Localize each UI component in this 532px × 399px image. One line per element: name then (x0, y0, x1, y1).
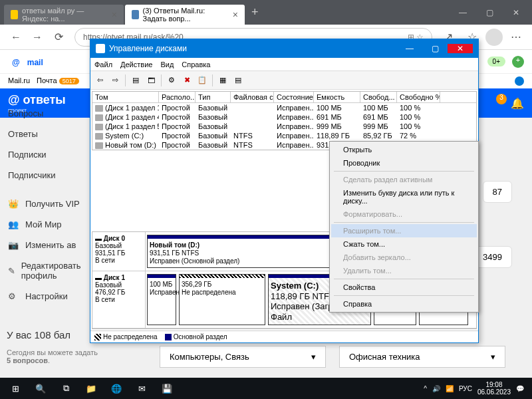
taskbar: ⊞ 🔍 ⧉ 📁 🌐 ✉ 💾 ^ 🔊 📶 РУС 19:08 06.06.2023… (0, 378, 532, 399)
context-menu-item: Форматировать... (331, 207, 477, 221)
menu-button[interactable]: ⋯ (505, 27, 527, 48)
search-icon[interactable]: 🔍 (28, 379, 53, 398)
window-minimize-button[interactable]: — (450, 3, 476, 23)
layout-icon[interactable]: ▦ (216, 74, 229, 87)
menu-help[interactable]: Справка (182, 61, 210, 68)
taskbar-app[interactable]: 📁 (78, 379, 104, 398)
gear-icon: ⚙ (8, 291, 20, 301)
window-close-button[interactable]: ✕ (503, 3, 529, 23)
wifi-icon[interactable]: 📶 (446, 385, 454, 392)
table-row[interactable]: (Диск 1 раздел 5)ПростойБазовыйИсправен.… (92, 122, 476, 131)
balance-section: У вас 108 бал Сегодня вы можете задать 5… (7, 329, 98, 364)
partition[interactable]: 100 МБИсправен (147, 274, 176, 325)
sidebar-item-avatar[interactable]: 📷Изменить ав (0, 235, 93, 255)
col-fs[interactable]: Файловая с... (231, 92, 274, 102)
profile-avatar[interactable] (485, 29, 503, 46)
subcategory-select[interactable]: Офисная техника▾ (339, 346, 505, 368)
table-row[interactable]: (Диск 1 раздел 4)ПростойБазовыйИсправен.… (92, 112, 476, 122)
table-header: Том Располо... Тип Файловая с... Состоян… (92, 92, 476, 103)
otvet-sidebar: Вопросы Ответы Подписки Подписчики 👑Полу… (0, 103, 93, 307)
new-tab-button[interactable]: + (245, 5, 265, 19)
clock[interactable]: 19:08 06.06.2023 (477, 381, 511, 396)
reload-button[interactable]: ⟳ (48, 27, 69, 48)
close-icon[interactable]: × (233, 9, 238, 20)
layout-icon[interactable]: ▤ (231, 74, 245, 87)
today-text: Сегодня вы можете задать (7, 348, 98, 356)
back-icon[interactable]: ⇦ (93, 74, 106, 87)
context-menu-item[interactable]: Сжать том... (331, 237, 477, 251)
nav-mailru[interactable]: Mail.ru (8, 76, 30, 86)
context-menu-item[interactable]: Изменить букву диска или путь к диску... (331, 186, 477, 207)
sidebar-item-subs[interactable]: Подписки (0, 144, 93, 165)
col-free[interactable]: Свобод... (360, 92, 397, 102)
category-select[interactable]: Компьютеры, Связь▾ (160, 346, 326, 368)
sidebar-item-answers[interactable]: Ответы (0, 124, 93, 144)
notifications-badge: 3 (496, 94, 507, 104)
sidebar-item-settings[interactable]: ⚙Настройки (0, 286, 93, 307)
forward-button[interactable]: → (27, 27, 48, 48)
partition-unallocated[interactable]: 356,29 ГБНе распределена (179, 274, 265, 325)
legend: Не распределена Основной раздел (90, 331, 478, 342)
browser-tab-2[interactable]: (3) Ответы Mail.ru: Задать вопр... × (125, 5, 245, 25)
window-minimize-button[interactable]: — (397, 44, 422, 53)
window-maximize-button[interactable]: ▢ (422, 44, 448, 53)
window-title: Управление дисками (109, 44, 187, 53)
col-type[interactable]: Тип (196, 92, 231, 102)
nav-pochta[interactable]: Почта 5017 (37, 76, 79, 86)
sidebar-item-vip[interactable]: 👑Получить VIP (0, 194, 93, 214)
disk-label[interactable]: ▬ Диск 0 Базовый 931,51 ГБ В сети (92, 232, 146, 271)
view-icon[interactable]: ▤ (129, 74, 142, 87)
context-menu-item[interactable]: Открыть (331, 143, 477, 156)
menu-view[interactable]: Вид (160, 61, 174, 68)
table-row[interactable]: System (C:)ПростойБазовыйNTFSИсправен...… (92, 131, 476, 140)
window-close-button[interactable]: ✕ (448, 44, 473, 53)
browser-tab-1[interactable]: ответы майл ру — Яндекс: на... × (4, 5, 124, 25)
table-row[interactable]: (Диск 1 раздел 1)ПростойБазовыйИсправен.… (92, 103, 476, 112)
window-titlebar[interactable]: Управление дисками — ▢ ✕ (90, 39, 478, 58)
pencil-icon: ✎ (8, 266, 16, 276)
forward-icon[interactable]: ⇨ (108, 74, 122, 87)
col-freepct[interactable]: Свободно % (397, 92, 440, 102)
x-icon[interactable]: ✖ (180, 74, 194, 87)
taskbar-app[interactable]: ✉ (129, 379, 154, 398)
refresh-icon[interactable]: 🗔 (144, 74, 158, 87)
mailru-icon (132, 10, 139, 19)
mail-logo[interactable]: @ mail (8, 55, 43, 68)
app-icon[interactable] (515, 76, 524, 86)
taskbar-app[interactable]: 🌐 (104, 379, 129, 398)
action-icon[interactable]: ⚙ (165, 74, 178, 87)
task-view-icon[interactable]: ⧉ (53, 379, 78, 398)
back-button[interactable]: ← (5, 27, 27, 48)
tray-up-icon[interactable]: ^ (424, 385, 427, 392)
context-menu-item: Удалить том... (331, 264, 477, 277)
col-capacity[interactable]: Емкость (314, 92, 360, 102)
sidebar-item-edit[interactable]: ✎Редактировать профиль (0, 255, 93, 286)
window-maximize-button[interactable]: ▢ (476, 3, 503, 23)
menu-action[interactable]: Действие (120, 61, 152, 68)
start-button[interactable]: ⊞ (3, 379, 28, 398)
close-icon[interactable]: × (112, 9, 117, 20)
category-row: Компьютеры, Связь▾ Офисная техника▾ (160, 346, 505, 368)
taskbar-app[interactable]: 💾 (154, 379, 180, 398)
app-icon (96, 44, 105, 53)
bell-icon[interactable]: 🔔 (511, 97, 524, 110)
disk-label[interactable]: ▬ Диск 1 Базовый 476,92 ГБ В сети (92, 271, 146, 327)
notifications-icon[interactable]: 💬 (516, 385, 524, 392)
props-icon[interactable]: 📋 (196, 74, 209, 87)
context-menu-item[interactable]: Свойства (331, 281, 477, 294)
context-menu-item[interactable]: Проводник (331, 156, 477, 170)
volume-icon[interactable]: 🔊 (432, 385, 440, 392)
col-status[interactable]: Состояние (274, 92, 314, 102)
sidebar-item-questions[interactable]: Вопросы (0, 103, 93, 124)
menu-file[interactable]: Файл (94, 61, 112, 68)
col-layout[interactable]: Располо... (159, 92, 196, 102)
plus-icon[interactable]: + (512, 56, 524, 68)
sidebar-item-mymir[interactable]: 👥Мой Мир (0, 214, 93, 235)
col-volume[interactable]: Том (92, 92, 159, 102)
age-badge: 0+ (487, 57, 505, 66)
sidebar-item-followers[interactable]: Подписчики (0, 165, 93, 186)
camera-icon: 📷 (8, 240, 20, 250)
context-menu-item: Расширить том... (331, 224, 477, 237)
context-menu-item[interactable]: Справка (331, 297, 477, 311)
lang-indicator[interactable]: РУС (459, 385, 472, 392)
